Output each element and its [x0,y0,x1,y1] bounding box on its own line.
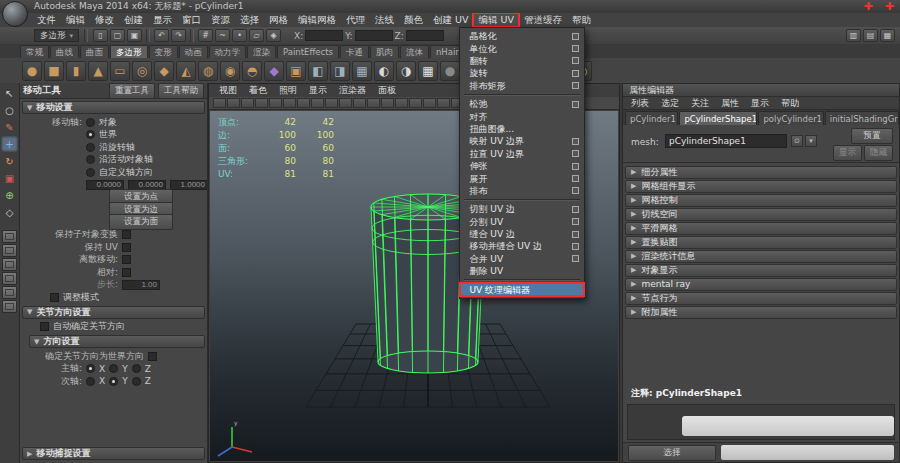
multisample-icon[interactable] [423,98,436,108]
viewport-menu-视图[interactable]: 视图 [213,84,243,97]
custom-axis-z-input[interactable] [170,180,208,190]
presets-button[interactable]: 预置 [851,128,893,144]
z-input[interactable] [406,30,444,41]
menu-edit-uv[interactable]: 编辑 UV晶格化单位化翻转旋转排布矩形松弛对齐扭曲图像...映射 UV 边界拉直… [473,13,518,27]
menu-pipeline-cache[interactable]: 管道缓存 [519,13,567,27]
option-box-icon[interactable] [572,187,579,194]
save-scene-icon[interactable]: ▣ [127,29,142,42]
attribute-section-附加属性[interactable]: ▶附加属性 [625,306,897,319]
grid-icon[interactable] [227,98,240,108]
menu-item[interactable]: 映射 UV 边界 [460,135,584,147]
attribute-section-网格控制[interactable]: ▶网格控制 [625,194,897,207]
pin-icon[interactable]: ▾ [805,135,817,147]
menu-create-uv[interactable]: 创建 UV [428,13,473,27]
secondary-axis-x-radio[interactable] [86,377,95,386]
viewport-menu-显示[interactable]: 显示 [303,84,333,97]
paint-select-tool-icon[interactable]: ✎ [1,119,18,135]
primary-axis-x-radio[interactable] [86,364,95,373]
poly-prism-icon[interactable]: ◆ [154,61,174,81]
wireframe-icon[interactable] [325,98,338,108]
attribute-section-mental ray[interactable]: ▶mental ray [625,278,897,291]
viewport-menu-面板[interactable]: 面板 [372,84,402,97]
last-tool-icon[interactable]: ◇ [1,204,18,220]
checker-sphere-icon[interactable]: ◐ [374,61,394,81]
poly-pyramid-icon[interactable]: ◭ [176,61,196,81]
menu-item[interactable]: 合并 UV [460,253,584,265]
tool-help-button[interactable]: 工具帮助 [158,83,204,99]
layout-outliner-persp-button[interactable] [2,286,17,299]
menu-normals[interactable]: 法线 [370,13,399,27]
auto-joint-orient-checkbox[interactable] [40,322,49,331]
custom-axis-y-input[interactable] [128,180,166,190]
layout-four-pane-button[interactable] [2,244,17,257]
ae-menu-显示[interactable]: 显示 [745,97,775,109]
menu-create[interactable]: 创建 [119,13,148,27]
menu-help[interactable]: 帮助 [567,13,596,27]
camera-icon[interactable] [213,98,226,108]
option-box-icon[interactable] [572,70,579,77]
preserve-child-checkbox[interactable] [122,230,131,239]
make-live-icon[interactable]: ◈ [266,29,281,42]
tool-settings-toggle-icon[interactable]: ▤ [863,29,878,42]
hide-button[interactable]: 隐藏 [864,145,893,161]
radio-axis-live-object-label[interactable]: 沿活动对象轴 [99,153,153,166]
custom-axis-x-input[interactable] [86,180,124,190]
secondary-axis-y-radio[interactable] [109,377,118,386]
poly-helix-icon[interactable]: ◉ [220,61,240,81]
redo-icon[interactable]: ↷ [171,29,186,42]
option-box-icon[interactable] [572,82,579,89]
menu-select[interactable]: 选择 [235,13,264,27]
poly-soccer-ball-icon[interactable]: ◓ [242,61,262,81]
menu-modify[interactable]: 修改 [90,13,119,27]
move-tool-icon[interactable]: + [1,136,18,152]
radio-axis-rotation[interactable] [86,143,95,152]
ae-menu-属性[interactable]: 属性 [715,97,745,109]
menu-file[interactable]: 文件 [32,13,61,27]
menu-color[interactable]: 颜色 [399,13,428,27]
ae-menu-选定[interactable]: 选定 [655,97,685,109]
shaded-icon[interactable] [339,98,352,108]
option-box-icon[interactable] [572,138,579,145]
option-box-icon[interactable] [572,45,579,52]
attribute-editor-toggle-icon[interactable]: ▥ [846,29,861,42]
lights-icon[interactable] [367,98,380,108]
menu-item[interactable]: 移动并缝合 UV 边 [460,240,584,252]
y-input[interactable] [355,30,393,41]
ae-tab-pCylinder1[interactable]: pCylinder1 [625,111,678,125]
menu-item[interactable]: 翻转 [460,55,584,67]
shelf-tab-动力学[interactable]: 动力学 [209,45,247,58]
snap-plane-icon[interactable]: ▱ [249,29,264,42]
combine-icon[interactable]: ◧ [308,61,328,81]
secondary-axis-z-radio[interactable] [132,377,141,386]
ae-menu-帮助[interactable]: 帮助 [775,97,805,109]
poly-plane-icon[interactable]: ▭ [110,61,130,81]
poly-cube-icon[interactable]: ■ [44,61,64,81]
poly-pipe-icon[interactable]: ◍ [198,61,218,81]
radio-axis-custom-label[interactable]: 自定义轴方向 [99,166,153,179]
menu-set-selector[interactable]: 多边形 ▾ [34,29,79,42]
shelf-tab-多边形[interactable]: 多边形 [110,45,148,58]
focus-icon[interactable]: ⊙ [791,135,803,147]
attribute-section-网格组件显示[interactable]: ▶网格组件显示 [625,180,897,193]
select-tool-icon[interactable]: ↖ [1,85,18,101]
poly-cylinder-icon[interactable]: ▮ [66,61,86,81]
viewport-menu-照明[interactable]: 照明 [273,84,303,97]
menu-assets[interactable]: 资源 [206,13,235,27]
attribute-section-对象显示[interactable]: ▶对象显示 [625,264,897,277]
snap-curve-icon[interactable]: ~ [215,29,230,42]
menu-item[interactable]: 松弛 [460,98,584,110]
radio-axis-live-object[interactable] [86,155,95,164]
safe-action-icon[interactable] [297,98,310,108]
ae-menu-列表[interactable]: 列表 [625,97,655,109]
sculpt-mesh-icon[interactable]: ◆ [264,61,284,81]
world-orient-checkbox[interactable] [148,352,157,361]
set-to-face-button[interactable]: 设置为面 [109,214,173,230]
section-move-snap[interactable]: ▶ 移动捕捉设置 [22,447,205,460]
poly-cone-icon[interactable]: ▲ [88,61,108,81]
attribute-section-渲染统计信息[interactable]: ▶渲染统计信息 [625,250,897,263]
show-button[interactable]: 显示 [833,145,862,161]
relative-checkbox[interactable] [122,268,131,277]
preserve-uv-checkbox[interactable] [122,243,131,252]
menu-window[interactable]: 窗口 [177,13,206,27]
menu-item[interactable]: 扭曲图像... [460,123,584,135]
